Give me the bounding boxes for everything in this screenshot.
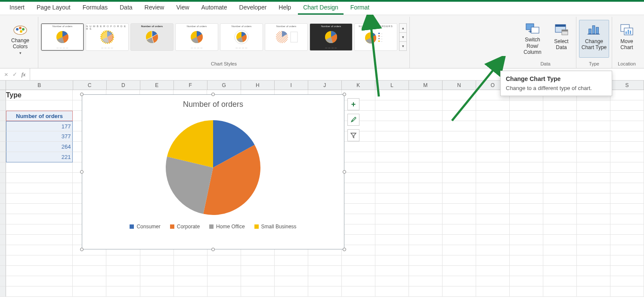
cell[interactable] [610, 131, 644, 142]
cell[interactable] [375, 111, 409, 121]
cell[interactable] [6, 235, 73, 245]
cell[interactable] [610, 183, 644, 193]
cell[interactable] [73, 255, 106, 266]
cell-header-number-of-orders[interactable]: Number of orders [6, 111, 73, 121]
cell[interactable] [241, 276, 275, 286]
cell[interactable] [510, 266, 543, 276]
resize-handle[interactable] [211, 248, 215, 251]
col-header[interactable]: D [107, 81, 140, 90]
col-header[interactable]: H [241, 81, 275, 90]
row-header[interactable] [0, 214, 6, 224]
cell[interactable] [577, 224, 610, 235]
cell[interactable] [6, 173, 73, 183]
resize-handle[interactable] [211, 93, 215, 96]
cell[interactable] [610, 214, 644, 224]
cell[interactable] [443, 142, 476, 152]
cell-value[interactable]: 177 [6, 121, 73, 131]
cell[interactable] [610, 111, 644, 121]
cell[interactable] [409, 90, 443, 100]
cell[interactable] [342, 183, 375, 193]
tab-chart-design[interactable]: Chart Design [298, 1, 344, 15]
row-header[interactable] [0, 224, 6, 235]
cell[interactable] [409, 173, 443, 183]
cell[interactable] [409, 255, 443, 266]
pie-chart[interactable] [82, 112, 344, 224]
row-header[interactable] [0, 142, 6, 152]
cell[interactable] [409, 152, 443, 162]
cell[interactable] [510, 204, 543, 214]
cell[interactable] [140, 266, 174, 276]
cell[interactable] [610, 276, 644, 286]
cell[interactable] [510, 152, 543, 162]
cell[interactable] [342, 235, 375, 245]
legend-item[interactable]: Home Office [209, 224, 245, 230]
cell[interactable] [610, 173, 644, 183]
select-all-corner[interactable] [0, 81, 6, 90]
cell[interactable] [577, 152, 610, 162]
cell[interactable] [174, 276, 207, 286]
cell[interactable] [543, 183, 577, 193]
chart-style-1[interactable]: Number of orders — — — — [41, 23, 84, 51]
cell[interactable] [342, 245, 375, 255]
cell[interactable] [73, 276, 106, 286]
cell[interactable] [443, 152, 476, 162]
cell[interactable] [510, 121, 543, 131]
col-header[interactable]: F [174, 81, 207, 90]
cell[interactable] [106, 255, 140, 266]
cell[interactable] [610, 100, 644, 111]
row-header[interactable] [0, 204, 6, 214]
col-header[interactable]: M [409, 81, 443, 90]
cell[interactable] [543, 266, 577, 276]
cell[interactable] [443, 111, 476, 121]
cell[interactable] [476, 142, 510, 152]
cell[interactable] [241, 286, 275, 297]
cell[interactable] [476, 286, 510, 297]
chart-style-6[interactable]: Number of orders [265, 23, 308, 51]
tab-data[interactable]: Data [115, 1, 138, 15]
cell[interactable] [241, 266, 275, 276]
col-header[interactable]: E [140, 81, 174, 90]
move-chart-button[interactable]: Move Chart [615, 20, 639, 58]
legend-item[interactable]: Small Business [254, 224, 297, 230]
cell[interactable] [510, 255, 543, 266]
cell[interactable] [476, 183, 510, 193]
cell[interactable] [375, 286, 409, 297]
row-header[interactable] [0, 90, 6, 100]
cell[interactable] [174, 266, 207, 276]
cell[interactable] [577, 214, 610, 224]
cell[interactable] [409, 276, 443, 286]
tab-developer[interactable]: Developer [234, 1, 272, 15]
cell[interactable] [610, 224, 644, 235]
fx-icon[interactable]: fx [22, 71, 25, 78]
cell[interactable] [543, 131, 577, 142]
cell[interactable] [610, 266, 644, 276]
cell[interactable] [510, 193, 543, 204]
resize-handle[interactable] [343, 248, 346, 251]
cell[interactable] [443, 266, 476, 276]
row-header[interactable] [0, 100, 6, 111]
cell[interactable] [577, 111, 610, 121]
enter-icon[interactable]: ✓ [12, 71, 17, 78]
cell[interactable] [6, 276, 73, 286]
cell[interactable] [443, 286, 476, 297]
cell[interactable] [610, 235, 644, 245]
cell[interactable] [543, 142, 577, 152]
cell[interactable] [443, 235, 476, 245]
cell[interactable] [543, 173, 577, 183]
row-header[interactable] [0, 286, 6, 297]
cell[interactable] [6, 286, 73, 297]
chart-elements-button[interactable]: + [347, 98, 359, 110]
gallery-scroll-down[interactable]: ▾ [399, 33, 406, 42]
cell[interactable] [409, 193, 443, 204]
cell[interactable] [6, 255, 73, 266]
row-header[interactable] [0, 266, 6, 276]
cell[interactable] [342, 173, 375, 183]
row-header[interactable] [0, 173, 6, 183]
cell[interactable] [207, 286, 241, 297]
cell[interactable] [543, 193, 577, 204]
cell[interactable] [375, 266, 409, 276]
tab-format[interactable]: Format [345, 1, 375, 15]
cell[interactable] [6, 193, 73, 204]
cancel-icon[interactable]: × [4, 71, 8, 78]
cell[interactable] [375, 131, 409, 142]
